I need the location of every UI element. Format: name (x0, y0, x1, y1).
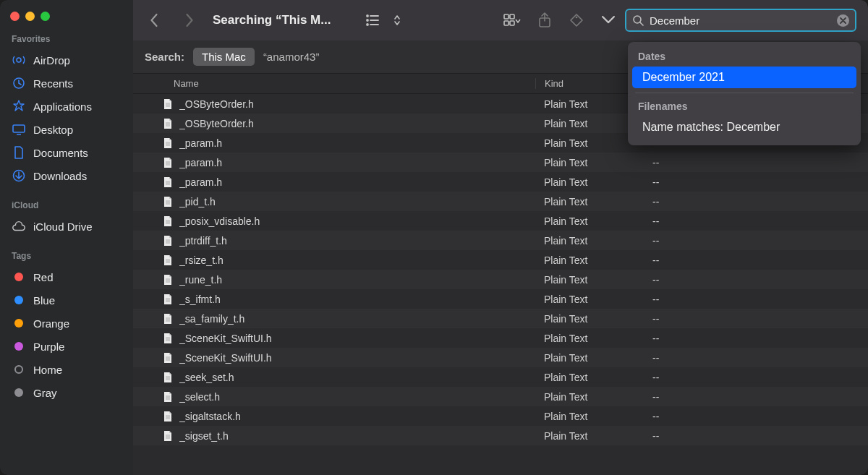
sidebar-tag-red[interactable]: Red (0, 265, 133, 288)
file-kind: Plain Text (537, 196, 652, 207)
sidebar-tag-orange[interactable]: Orange (0, 312, 133, 335)
file-kind: Plain Text (537, 411, 652, 422)
file-name: _sigset_t.h (179, 430, 537, 442)
file-row[interactable]: _rsize_t.hPlain Text-- (133, 250, 868, 270)
sidebar-item-recents[interactable]: Recents (0, 72, 133, 95)
file-row[interactable]: _param.hPlain Text-- (133, 153, 868, 172)
file-row[interactable]: _pid_t.hPlain Text-- (133, 192, 868, 211)
file-icon (162, 196, 174, 207)
view-list-button[interactable] (365, 11, 383, 30)
search-field[interactable] (625, 9, 856, 32)
group-by-button[interactable] (503, 11, 522, 30)
tags-button[interactable] (567, 11, 586, 30)
file-name: _SceneKit_SwiftUI.h (179, 352, 537, 364)
recents-icon (12, 76, 26, 90)
sidebar-item-label: Red (33, 271, 54, 283)
tag-icon (12, 385, 26, 400)
file-row[interactable]: _sigaltstack.hPlain Text-- (133, 406, 868, 426)
tag-icon (12, 316, 26, 330)
file-row[interactable]: _posix_vdisable.hPlain Text-- (133, 211, 868, 231)
file-row[interactable]: _sigset_t.hPlain Text-- (133, 426, 868, 445)
dd-name-option[interactable]: Name matches: December (632, 116, 856, 138)
sidebar-tag-purple[interactable]: Purple (0, 335, 133, 358)
file-name: _pid_t.h (179, 196, 537, 207)
minimize-window-button[interactable] (25, 12, 35, 21)
file-name: _sa_family_t.h (179, 313, 537, 325)
scope-folder[interactable]: “anamor43” (263, 51, 320, 63)
zoom-window-button[interactable] (41, 12, 50, 21)
col-name[interactable]: Name (174, 78, 535, 89)
scope-this-mac[interactable]: This Mac (193, 48, 255, 66)
file-row[interactable]: _param.hPlain Text-- (133, 172, 868, 192)
search-suggestions-popup: Dates December 2021 Filenames Name match… (628, 42, 861, 145)
sidebar-item-label: Downloads (33, 170, 87, 182)
file-kind: Plain Text (537, 294, 652, 305)
file-date: -- (652, 176, 856, 188)
dd-filenames-label: Filenames (628, 98, 861, 116)
sidebar-item-label: Gray (33, 387, 57, 399)
file-icon (162, 235, 174, 247)
sidebar-item-label: Applications (33, 100, 92, 113)
sidebar-tag-home[interactable]: Home (0, 358, 133, 381)
file-name: _select.h (179, 391, 537, 403)
view-updown-icon[interactable] (388, 11, 407, 30)
file-date: -- (652, 411, 856, 422)
file-icon (162, 254, 174, 266)
file-name: _OSByteOrder.h (179, 118, 537, 129)
file-icon (162, 137, 174, 149)
apps-icon (12, 99, 26, 114)
sidebar-item-documents[interactable]: Documents (0, 141, 133, 164)
file-row[interactable]: _select.hPlain Text-- (133, 387, 868, 406)
file-icon (162, 391, 174, 403)
dd-date-option[interactable]: December 2021 (632, 67, 856, 88)
file-row[interactable]: _s_ifmt.hPlain Text-- (133, 289, 868, 309)
svg-rect-13 (504, 21, 509, 25)
back-button[interactable] (145, 11, 163, 30)
file-kind: Plain Text (537, 235, 652, 247)
close-window-button[interactable] (10, 12, 20, 21)
sidebar: Favorites AirDropRecentsApplicationsDesk… (0, 0, 133, 475)
sidebar-tag-blue[interactable]: Blue (0, 288, 133, 312)
share-button[interactable] (535, 11, 554, 30)
sidebar-item-airdrop[interactable]: AirDrop (0, 48, 133, 72)
file-name: _seek_set.h (179, 372, 537, 383)
tag-icon (12, 339, 26, 354)
file-date: -- (652, 294, 856, 305)
overflow-button[interactable] (599, 11, 618, 30)
main-area: Searching “This M... (133, 0, 868, 475)
window-controls (0, 7, 133, 31)
svg-rect-12 (510, 14, 514, 19)
file-row[interactable]: _seek_set.hPlain Text-- (133, 367, 868, 387)
sidebar-item-desktop[interactable]: Desktop (0, 118, 133, 141)
sidebar-item-icloud-drive[interactable]: iCloud Drive (0, 215, 133, 238)
file-kind: Plain Text (537, 313, 652, 325)
file-kind: Plain Text (537, 352, 652, 364)
file-row[interactable]: _ptrdiff_t.hPlain Text-- (133, 231, 868, 250)
sidebar-item-downloads[interactable]: Downloads (0, 164, 133, 187)
clear-search-button[interactable] (837, 14, 849, 27)
file-date: -- (652, 254, 856, 266)
file-row[interactable]: _SceneKit_SwiftUI.hPlain Text-- (133, 328, 868, 348)
file-date: -- (652, 215, 856, 227)
file-name: _OSByteOrder.h (179, 98, 537, 110)
file-row[interactable]: _sa_family_t.hPlain Text-- (133, 309, 868, 328)
sidebar-item-label: iCloud Drive (33, 221, 93, 233)
dd-dates-label: Dates (628, 48, 861, 67)
sidebar-tag-gray[interactable]: Gray (0, 381, 133, 404)
file-icon (162, 294, 174, 305)
tag-dot-icon (14, 319, 23, 328)
file-row[interactable]: _SceneKit_SwiftUI.hPlain Text-- (133, 348, 868, 367)
tag-dot-icon (14, 388, 23, 397)
forward-button[interactable] (179, 11, 198, 30)
sidebar-item-label: Orange (33, 317, 69, 330)
file-date: -- (652, 352, 856, 364)
file-row[interactable]: _rune_t.hPlain Text-- (133, 270, 868, 289)
svg-point-16 (576, 17, 578, 19)
scope-label: Search: (145, 51, 184, 63)
sidebar-item-label: Recents (33, 77, 73, 90)
file-icon (162, 176, 174, 188)
sidebar-section-icloud: iCloud (0, 197, 133, 215)
search-input[interactable] (650, 14, 831, 27)
file-kind: Plain Text (537, 157, 652, 168)
sidebar-item-applications[interactable]: Applications (0, 95, 133, 118)
